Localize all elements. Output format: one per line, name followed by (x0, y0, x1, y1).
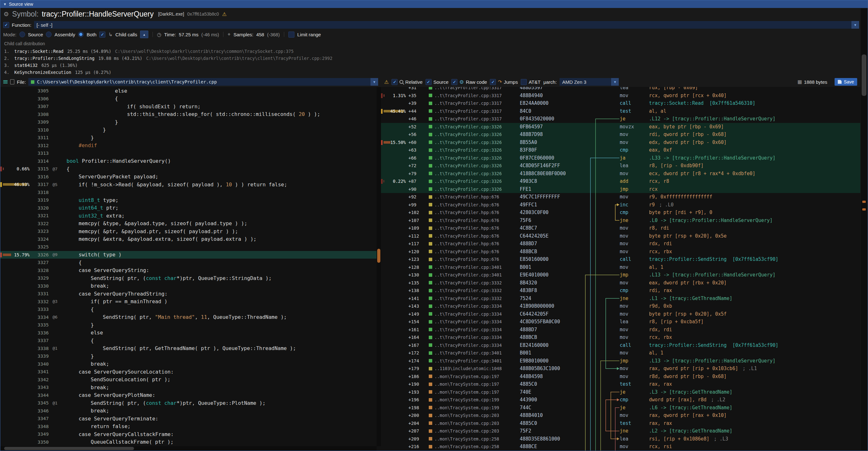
window-scrollbar[interactable] (861, 8, 867, 450)
source-line[interactable]: 3321uint32_t extra; (0, 212, 376, 220)
radio-assembly-label[interactable]: Assembly (55, 32, 75, 37)
chevron-down-icon[interactable]: ▼ (611, 78, 619, 86)
source-line[interactable]: 46.93%3317@5if( !m_sock->Read( &payload,… (0, 181, 376, 188)
source-line[interactable]: 3336else (0, 329, 376, 337)
source-line[interactable]: 3335} (0, 321, 376, 329)
asm-row[interactable]: +164..t\TracyProfiler.cpp:3334488BCBmovr… (381, 333, 860, 341)
source-horizontal-scrollbar-thumb[interactable] (4, 447, 134, 450)
asm-row[interactable]: +196..mon\TracySystem.cpp:199443900cmpdw… (381, 396, 860, 404)
asm-row[interactable]: +172..t\TracyProfiler.cpp:3401B001moval,… (381, 349, 860, 357)
radio-assembly[interactable] (46, 32, 52, 37)
asm-row[interactable]: +179..1103\include\atomic:1048488B05B63C… (381, 365, 860, 373)
chevron-down-icon[interactable]: ▼ (371, 78, 378, 86)
asm-row[interactable]: +209..mon\TracySystem.cpp:258488D35E8861… (381, 435, 860, 443)
source-line[interactable]: 3338@1SendString( ptr, GetThreadName( pt… (0, 344, 376, 353)
asm-row[interactable]: +193..mon\TracySystem.cpp:197740Eje.L3 -… (381, 388, 860, 396)
asm-source-label[interactable]: Source (434, 79, 449, 85)
asm-row[interactable]: +102..t\TracyProfiler.hpp:67642803C0F00c… (381, 209, 860, 217)
child-call-item[interactable]: 3.stat64i32625 μs (1.36%) (4, 62, 864, 69)
asm-row[interactable]: +200..mon\TracySystem.cpp:203488B4010mov… (381, 412, 860, 419)
asm-row[interactable]: +123..t\TracyProfiler.hpp:676E850160000c… (381, 255, 860, 263)
source-line[interactable]: 3334@6SendString( ptr, "Main thread", 11… (0, 313, 376, 321)
asm-row[interactable]: +99..t\TracyProfiler.hpp:67649FFC1incr9;… (381, 201, 860, 209)
source-line[interactable]: 3350QueueCallstackFrame( ptr ); (0, 438, 376, 446)
source-line[interactable]: 3307if( shouldExit ) return; (0, 102, 376, 111)
raw-code-checkbox[interactable]: ✓ (451, 79, 457, 85)
asm-row[interactable]: +135..t\TracyProfiler.cpp:33328B4320move… (381, 279, 860, 287)
asm-row[interactable]: +174..t\TracyProfiler.cpp:3401E9B8010000… (381, 357, 860, 365)
asm-row[interactable]: +107..t\TracyProfiler.hpp:67675F6jne.L0 … (381, 217, 860, 224)
source-line[interactable]: 3305else (0, 87, 376, 95)
source-line[interactable]: 3319uint8_t type; (0, 196, 376, 204)
source-line[interactable]: 3312#endif (0, 142, 376, 150)
asm-row[interactable]: +204..mon\TracySystem.cpp:2034885C0testr… (381, 419, 860, 427)
source-line[interactable]: 3322memcpy( &type, &payload.type, sizeof… (0, 220, 376, 228)
asm-row[interactable]: 1.31%+35..t\TracyProfiler.cpp:3317488B49… (381, 92, 860, 100)
asm-row[interactable]: +92..t\TracyProfiler.hpp:67649C7C1FFFFFF… (381, 193, 860, 201)
radio-source[interactable] (20, 32, 25, 37)
asm-row[interactable]: +167..t\TracyProfiler.cpp:3334E824160000… (381, 341, 860, 350)
source-line[interactable]: 3329SendString( ptr, (const char*)ptr, Q… (0, 274, 376, 282)
source-line[interactable]: 3308std::this_thread::sleep_for( std::ch… (0, 111, 376, 119)
radio-both[interactable] (78, 32, 84, 37)
source-line[interactable]: 3330break; (0, 282, 376, 290)
asm-row[interactable]: +161..t\TracyProfiler.cpp:3334488BD7movr… (381, 326, 860, 334)
limit-range-checkbox[interactable]: ✓ (288, 32, 294, 38)
collapse-arrow-icon[interactable]: ▼ (3, 2, 7, 6)
source-line[interactable]: 3343break; (0, 384, 376, 391)
asm-row[interactable]: +117..t\TracyProfiler.hpp:676488BD7movrd… (381, 240, 860, 248)
limit-range-label[interactable]: Limit range (297, 32, 321, 37)
source-line[interactable]: 3314bool Profiler::HandleServerQuery() (0, 157, 376, 165)
asm-row[interactable]: +56..t\TracyProfiler.cpp:3326488B7D98mov… (381, 130, 860, 139)
asm-row[interactable]: +190..mon\TracySystem.cpp:1974885C0testr… (381, 380, 860, 388)
asm-row[interactable]: +72..t\TracyProfiler.cpp:33264C8D05F146F… (381, 162, 860, 170)
source-line[interactable]: 3348return false; (0, 423, 376, 431)
source-line[interactable]: 3310} (0, 126, 376, 134)
source-line[interactable]: 3316ServerQueryPacket payload; (0, 173, 376, 181)
source-line[interactable]: 3333{ (0, 305, 376, 313)
source-vertical-scrollbar-thumb[interactable] (377, 249, 380, 263)
file-select[interactable]: C:\Users\wolf\Desktop\darkrl\contrib\tra… (28, 78, 378, 86)
asm-row[interactable]: +141..t\TracyProfiler.cpp:33327524jne.L1… (381, 295, 860, 303)
asm-row[interactable]: +109..t\TracyProfiler.hpp:6764C8BC7movr8… (381, 224, 860, 232)
asm-row[interactable]: +186..mon\TracySystem.cpp:197448B4598mov… (381, 373, 860, 381)
source-line[interactable]: 15.79%3326@9switch( type ) (0, 251, 376, 259)
asm-row[interactable]: +207..mon\TracySystem.cpp:20375F2jne.L2 … (381, 427, 860, 435)
asm-row[interactable]: +79..t\TracyProfiler.cpp:3326418B8C80E0B… (381, 170, 860, 178)
source-line[interactable]: 3337{ (0, 337, 376, 344)
child-call-item[interactable]: 1.tracy::Socket::Read25.25 ms (54.89%)C:… (4, 48, 864, 55)
source-line[interactable]: 3306{ (0, 95, 376, 103)
source-line[interactable]: 3311} (0, 134, 376, 142)
expand-child-calls-button[interactable]: ▴ (140, 31, 148, 38)
source-line[interactable]: 3345@1SendString( ptr, (const char*)ptr,… (0, 399, 376, 407)
asm-row[interactable]: +112..t\TracyProfiler.hpp:676C64424205Em… (381, 232, 860, 240)
source-line[interactable]: 3325 (0, 243, 376, 251)
radio-source-label[interactable]: Source (28, 32, 43, 37)
chevron-down-icon[interactable]: ▼ (851, 21, 859, 29)
source-line[interactable]: 3313 (0, 149, 376, 157)
asm-row[interactable]: +198..mon\TracySystem.cpp:199744Cje.L6 -… (381, 404, 860, 412)
asm-row[interactable]: +46..t\TracyProfiler.cpp:33170F843502000… (381, 115, 860, 123)
asm-row[interactable]: +149..t\TracyProfiler.cpp:3334C64424205F… (381, 310, 860, 318)
relative-checkbox[interactable]: ✓ (392, 79, 398, 85)
source-line[interactable]: 3346break; (0, 407, 376, 415)
list-icon[interactable] (3, 80, 8, 84)
att-checkbox[interactable]: ✓ (521, 79, 527, 85)
child-call-item[interactable]: 2.tracy::Profiler::SendLongString19.88 m… (4, 55, 864, 62)
asm-row[interactable]: +66..t\TracyProfiler.cpp:33260F87CE06000… (381, 154, 860, 162)
source-line[interactable]: 3328case ServerQueryString: (0, 267, 376, 275)
source-line[interactable]: 3324memcpy( &extra, &payload.extra, size… (0, 235, 376, 243)
source-line[interactable]: 3341case ServerQuerySourceLocation: (0, 368, 376, 376)
child-calls-label[interactable]: Child calls (116, 32, 137, 37)
radio-both-label[interactable]: Both (87, 32, 96, 37)
source-line[interactable]: 3323memcpy( &ptr, &payload.ptr, sizeof( … (0, 228, 376, 235)
source-line[interactable]: 3339} (0, 352, 376, 360)
relative-label[interactable]: Relative (405, 79, 423, 85)
source-line[interactable]: 3349case ServerQueryCallstackFrame: (0, 430, 376, 438)
asm-source-checkbox[interactable]: ✓ (426, 79, 432, 85)
asm-row[interactable]: +31..t\TracyProfiler.cpp:3317488D5597lea… (381, 87, 860, 92)
source-horizontal-scrollbar[interactable] (0, 446, 376, 451)
asm-row[interactable]: +120..t\TracyProfiler.hpp:676488BCBmovrc… (381, 248, 860, 256)
child-calls-checkbox[interactable]: ✓ (99, 32, 105, 38)
function-checkbox[interactable]: ✓ (3, 22, 9, 28)
